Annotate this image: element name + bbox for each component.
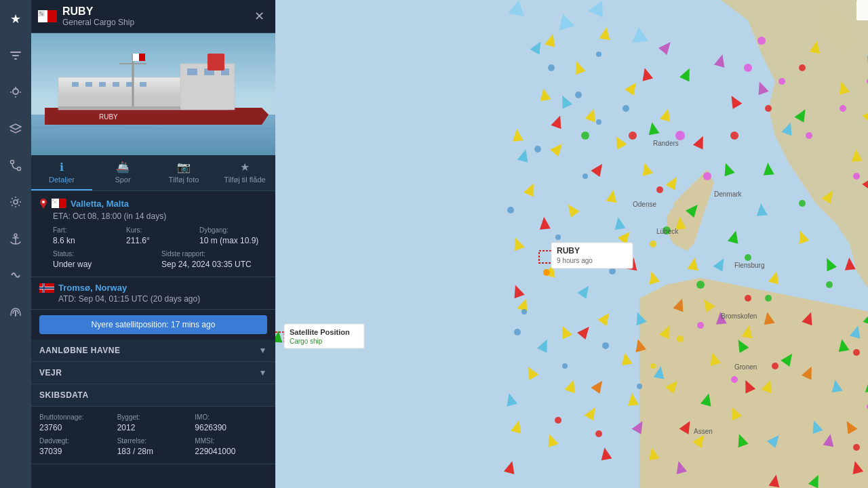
skibsdata-section: Bruttotonnage: 23760 Bygget: 2012 IMO: 9… bbox=[31, 407, 275, 464]
svg-text:Randers: Randers bbox=[653, 140, 679, 147]
svg-point-171 bbox=[514, 329, 521, 336]
svg-point-203 bbox=[840, 105, 846, 112]
layers-nav-icon[interactable] bbox=[3, 117, 28, 141]
svg-point-3 bbox=[14, 200, 18, 204]
map-area[interactable]: Randers Odense Denmark Lübeck Flensburg … bbox=[275, 0, 868, 488]
location-nav-icon[interactable] bbox=[3, 80, 28, 104]
svg-point-206 bbox=[697, 322, 704, 329]
svg-point-164 bbox=[575, 92, 582, 98]
svg-rect-10 bbox=[39, 14, 41, 16]
course-value: 211.6° bbox=[126, 236, 150, 245]
departure-port: Tromsø, Norway bbox=[58, 283, 127, 293]
tab-bar: ℹ Detaljer 🚢 Spor 📷 Tilføj foto ★ Tilføj… bbox=[31, 155, 275, 191]
svg-text:Assen: Assen bbox=[694, 428, 713, 435]
svg-point-209 bbox=[650, 241, 656, 247]
svg-point-189 bbox=[799, 64, 806, 71]
svg-rect-28 bbox=[58, 106, 180, 109]
svg-text:Flensburg: Flensburg bbox=[734, 262, 764, 269]
svg-text:Bromskofen: Bromskofen bbox=[721, 312, 757, 320]
svg-rect-39 bbox=[54, 201, 56, 203]
skibsdata-collapsible[interactable]: SKIBSDATA bbox=[31, 384, 275, 407]
vejr-label: VEJR bbox=[39, 368, 62, 378]
svg-text:RUBY: RUBY bbox=[557, 246, 580, 256]
svg-text:9 hours ago: 9 hours ago bbox=[557, 257, 593, 264]
svg-rect-15 bbox=[72, 82, 79, 87]
svg-rect-9 bbox=[41, 12, 43, 14]
svg-point-199 bbox=[744, 64, 752, 72]
svg-rect-16 bbox=[85, 82, 92, 87]
anchor-nav-icon[interactable] bbox=[3, 226, 28, 251]
svg-point-173 bbox=[602, 342, 609, 349]
tab-detaljer[interactable]: ℹ Detaljer bbox=[31, 155, 92, 190]
tab-spor[interactable]: 🚢 Spor bbox=[92, 155, 153, 190]
stoerrelse-value: 183 / 28m bbox=[117, 447, 153, 456]
svg-point-190 bbox=[745, 295, 751, 302]
tab-spor-label: Spor bbox=[115, 176, 130, 184]
svg-point-184 bbox=[826, 281, 833, 288]
stoerrelse-label: Størrelse: bbox=[117, 437, 190, 445]
svg-point-163 bbox=[548, 64, 555, 71]
bygget-value: 2012 bbox=[117, 423, 136, 432]
svg-rect-44 bbox=[39, 287, 54, 289]
svg-point-186 bbox=[656, 186, 663, 193]
filter-nav-icon[interactable] bbox=[3, 43, 28, 68]
svg-point-192 bbox=[853, 349, 860, 356]
svg-rect-11 bbox=[41, 14, 43, 16]
panel-header: RUBY General Cargo Ship ✕ bbox=[31, 0, 275, 33]
svg-point-182 bbox=[765, 295, 772, 302]
svg-rect-6 bbox=[47, 10, 57, 22]
signal-nav-icon[interactable] bbox=[3, 300, 28, 324]
ship-type: General Cargo Ship bbox=[62, 18, 245, 27]
last-report-label: Sidste rapport: bbox=[161, 250, 267, 258]
svg-point-197 bbox=[675, 131, 685, 140]
close-button[interactable]: ✕ bbox=[250, 7, 269, 25]
doedvaegt-value: 37039 bbox=[39, 447, 62, 456]
svg-rect-20 bbox=[140, 82, 146, 87]
svg-rect-31 bbox=[133, 54, 139, 61]
star-nav-icon[interactable]: ★ bbox=[3, 7, 28, 31]
destination-section: Valletta, Malta ETA: Oct 08, 18:00 (in 1… bbox=[31, 191, 275, 277]
route-nav-icon[interactable] bbox=[3, 153, 28, 178]
svg-point-169 bbox=[507, 207, 514, 214]
svg-text:Cargo ship: Cargo ship bbox=[290, 338, 323, 345]
tab-foto-label: Tilføj foto bbox=[169, 176, 199, 184]
tab-foto[interactable]: 📷 Tilføj foto bbox=[153, 155, 214, 190]
tab-flaade[interactable]: ★ Tilføj til flåde bbox=[214, 155, 275, 190]
departure-flag bbox=[39, 283, 54, 293]
imo-label: IMO: bbox=[195, 413, 267, 421]
svg-rect-38 bbox=[53, 200, 54, 201]
atd-text: ATD: Sep 04, 01:15 UTC (20 days ago) bbox=[58, 294, 267, 304]
svg-text:Denmark: Denmark bbox=[714, 190, 743, 198]
svg-rect-27 bbox=[208, 54, 224, 70]
svg-point-198 bbox=[703, 172, 711, 180]
destination-pin-icon bbox=[39, 198, 47, 209]
svg-point-185 bbox=[629, 131, 637, 140]
svg-point-195 bbox=[595, 430, 602, 437]
svg-point-170 bbox=[555, 235, 561, 240]
svg-point-191 bbox=[772, 363, 778, 369]
fleet-star-icon: ★ bbox=[240, 161, 250, 174]
sidebar: ★ bbox=[0, 0, 31, 488]
svg-point-167 bbox=[534, 146, 541, 152]
havne-collapsible[interactable]: AANLØBNE HAVNE ▼ bbox=[31, 340, 275, 362]
svg-point-213 bbox=[543, 269, 550, 276]
mmsi-label: MMSI: bbox=[195, 437, 267, 445]
svg-rect-18 bbox=[113, 82, 119, 87]
status-label: Status: bbox=[53, 250, 159, 258]
doedvaegt-label: Dødvægt: bbox=[39, 437, 112, 445]
svg-rect-8 bbox=[39, 12, 41, 14]
svg-point-196 bbox=[853, 444, 860, 451]
tab-flaade-label: Tilføj til flåde bbox=[224, 176, 265, 184]
waypoint-nav-icon[interactable] bbox=[3, 263, 28, 287]
destination-flag bbox=[52, 199, 66, 208]
map-svg: Randers Odense Denmark Lübeck Flensburg … bbox=[275, 0, 868, 488]
settings-nav-icon[interactable] bbox=[3, 190, 28, 214]
svg-point-188 bbox=[765, 105, 772, 112]
svg-point-174 bbox=[637, 384, 642, 389]
camera-icon: 📷 bbox=[177, 161, 191, 174]
vejr-collapsible[interactable]: VEJR ▼ bbox=[31, 362, 275, 384]
svg-text:RUBY: RUBY bbox=[99, 113, 118, 121]
svg-point-200 bbox=[757, 37, 766, 45]
satellite-position-button[interactable]: Nyere satellitposition: 17 mins ago bbox=[39, 315, 267, 334]
svg-point-1 bbox=[11, 161, 14, 164]
